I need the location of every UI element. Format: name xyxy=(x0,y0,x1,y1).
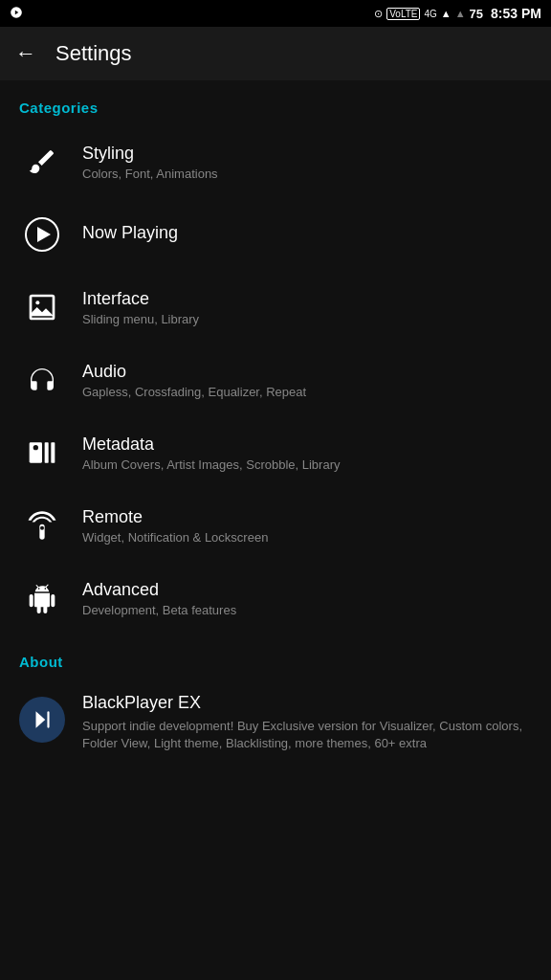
styling-title: Styling xyxy=(82,144,532,164)
metadata-icon xyxy=(19,430,65,476)
settings-item-metadata[interactable]: Metadata Album Covers, Artist Images, Sc… xyxy=(0,416,551,489)
advanced-subtitle: Development, Beta features xyxy=(82,603,532,617)
android-icon xyxy=(19,575,65,621)
svg-point-3 xyxy=(35,301,39,304)
audio-subtitle: Gapless, Crossfading, Equalizer, Repeat xyxy=(82,385,532,399)
image-icon xyxy=(19,284,65,330)
headphones-icon xyxy=(19,357,65,403)
settings-item-interface[interactable]: Interface Sliding menu, Library xyxy=(0,271,551,344)
settings-item-now-playing[interactable]: Now Playing xyxy=(0,198,551,271)
remote-text: Remote Widget, Notification & Lockscreen xyxy=(82,507,532,545)
battery-level: 75 xyxy=(470,7,483,21)
notification-icon xyxy=(10,6,23,22)
remote-subtitle: Widget, Notification & Lockscreen xyxy=(82,530,532,545)
svg-rect-6 xyxy=(45,442,49,462)
settings-item-advanced[interactable]: Advanced Development, Beta features xyxy=(0,562,551,635)
signal-icon: ▲ xyxy=(441,8,452,19)
styling-text: Styling Colors, Font, Animations xyxy=(82,144,532,181)
about-app-desc: Support indie development! Buy Exclusive… xyxy=(82,718,532,752)
remote-title: Remote xyxy=(82,507,532,527)
network-4g-icon: 4G xyxy=(424,9,436,19)
advanced-title: Advanced xyxy=(82,580,532,600)
remote-icon xyxy=(19,502,65,548)
metadata-subtitle: Album Covers, Artist Images, Scrobble, L… xyxy=(82,457,532,472)
svg-marker-10 xyxy=(36,711,46,727)
status-bar: ⊙ VoLTE 4G ▲ ▲ 75 8:53 PM xyxy=(0,0,551,27)
brush-icon xyxy=(19,139,65,185)
settings-content: Categories Styling Colors, Font, Animati… xyxy=(0,80,551,766)
audio-text: Audio Gapless, Crossfading, Equalizer, R… xyxy=(82,362,532,399)
about-app-title: BlackPlayer EX xyxy=(82,693,532,713)
settings-item-remote[interactable]: Remote Widget, Notification & Lockscreen xyxy=(0,489,551,562)
interface-text: Interface Sliding menu, Library xyxy=(82,289,532,326)
play-circle-icon xyxy=(19,212,65,257)
page-title: Settings xyxy=(55,41,132,66)
interface-title: Interface xyxy=(82,289,532,309)
svg-rect-11 xyxy=(47,711,49,727)
about-app-text: BlackPlayer EX Support indie development… xyxy=(82,693,532,752)
svg-rect-7 xyxy=(51,442,55,462)
settings-item-about-app[interactable]: BlackPlayer EX Support indie development… xyxy=(0,679,551,766)
categories-header: Categories xyxy=(0,80,551,125)
metadata-text: Metadata Album Covers, Artist Images, Sc… xyxy=(82,434,532,472)
play-forward-icon xyxy=(19,697,65,743)
advanced-text: Advanced Development, Beta features xyxy=(82,580,532,617)
svg-point-9 xyxy=(40,526,44,530)
volte-icon: VoLTE xyxy=(386,8,420,20)
back-button[interactable]: ← xyxy=(15,41,36,66)
audio-title: Audio xyxy=(82,362,532,382)
toolbar: ← Settings xyxy=(0,27,551,80)
now-playing-text: Now Playing xyxy=(82,223,532,246)
metadata-title: Metadata xyxy=(82,434,532,455)
styling-subtitle: Colors, Font, Animations xyxy=(82,167,532,181)
svg-point-5 xyxy=(33,445,38,450)
interface-subtitle: Sliding menu, Library xyxy=(82,312,532,326)
now-playing-title: Now Playing xyxy=(82,223,532,243)
settings-item-styling[interactable]: Styling Colors, Font, Animations xyxy=(0,125,551,198)
status-bar-right: ⊙ VoLTE 4G ▲ ▲ 75 8:53 PM xyxy=(374,6,541,21)
wifi-circle-icon: ⊙ xyxy=(374,8,383,20)
about-header: About xyxy=(0,635,551,679)
time-display: 8:53 PM xyxy=(491,6,541,21)
signal2-icon: ▲ xyxy=(455,8,466,19)
settings-item-audio[interactable]: Audio Gapless, Crossfading, Equalizer, R… xyxy=(0,344,551,416)
